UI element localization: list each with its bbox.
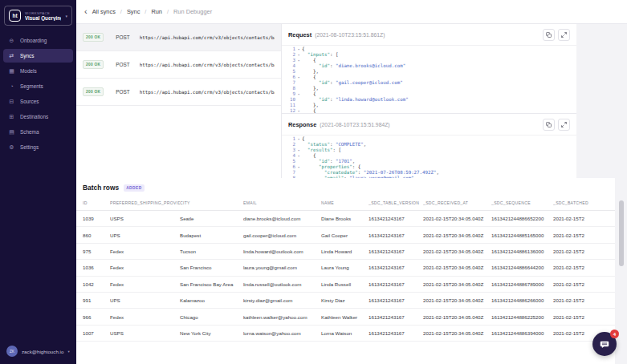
status-badge: 200 OK [83, 60, 104, 69]
sidebar-item-label: Syncs [20, 53, 34, 59]
http-method: POST [116, 89, 129, 95]
copy-icon [545, 31, 552, 38]
cell-id: 1007 [83, 330, 110, 336]
cell-shipping-provider: Fedex [110, 314, 180, 320]
table-row[interactable]: 991 UPS Kalamazoo kirsty.diaz@gmail.com … [76, 293, 615, 309]
request-timestamp: (2021-08-10T23:15:51.861Z) [315, 32, 385, 38]
breadcrumb-all-syncs[interactable]: All syncs [92, 8, 116, 15]
sidebar-item-label: Onboarding [20, 38, 47, 43]
back-chevron-icon[interactable]: ‹ [84, 7, 88, 16]
cell-shipping-provider: Fedex [110, 281, 180, 287]
table-header-row: ID PREFERRED_SHIPPING_PROVIDER CITY EMAI… [76, 196, 615, 211]
sidebar-item-label: Schema [20, 129, 39, 135]
cell-name: Gail Cooper [321, 233, 368, 238]
cell-table-version: 1613421243167 [368, 216, 423, 221]
sidebar-item-label: Segments [20, 83, 43, 89]
workspace-name: Visual Querying D... [25, 15, 61, 21]
request-row[interactable]: 200 OK POST https://api.hubapi.com/crm/v… [76, 24, 281, 51]
response-pane-header: Response (2021-08-10T23:15:51.984Z) [282, 114, 576, 135]
column-header: PREFERRED_SHIPPING_PROVIDER [110, 200, 180, 205]
sidebar-item-syncs[interactable]: ⇄ Syncs [3, 49, 73, 63]
column-header: _SDC_RECEIVED_AT [423, 200, 491, 205]
cell-shipping-provider: USPS [110, 216, 180, 221]
cell-batched-at: 2021-02-15T2 [553, 281, 615, 287]
destinations-icon: ⊞ [8, 114, 15, 120]
workspace-selector[interactable]: ht WORKSPACE Visual Querying D... ▾ [4, 6, 72, 26]
request-url: https://api.hubapi.com/crm/v3/objects/co… [140, 63, 275, 67]
cell-city: Seatle [180, 216, 243, 221]
status-badge: 200 OK [83, 33, 104, 42]
table-row[interactable]: 860 UPS Budapest gail.cooper@icloud.com … [76, 227, 615, 243]
table-row[interactable]: 1007 USPS New York City lorna.watson@yah… [76, 326, 615, 342]
breadcrumb-separator: / [167, 8, 169, 15]
table-row[interactable]: 966 Fedex Chicago kathleen.walker@yahoo.… [76, 309, 615, 325]
chevron-down-icon: ▾ [65, 14, 67, 18]
app-window: ht WORKSPACE Visual Querying D... ▾ ⊖ On… [0, 0, 627, 364]
cell-received-at: 2021-02-15T20:34:05.040Z [423, 265, 491, 270]
cell-table-version: 1613421243167 [368, 233, 423, 238]
column-header: _SDC_BATCHED [553, 200, 615, 205]
chat-widget-button[interactable]: 4 [592, 332, 617, 356]
sidebar-item-onboarding[interactable]: ⊖ Onboarding [3, 34, 73, 47]
cell-city: Chicago [180, 314, 243, 320]
request-list: 200 OK POST https://api.hubapi.com/crm/v… [76, 24, 282, 196]
cell-received-at: 2021-02-15T20:34:05.040Z [423, 330, 491, 336]
sidebar-item-models[interactable]: ▦ Models [3, 64, 73, 78]
table-row[interactable]: 975 Fedex Tucson linda.howard@outlook.co… [76, 244, 615, 260]
cell-name: Laura Young [321, 265, 368, 270]
table-row[interactable]: 1042 Fedex San Francisco Bay Area linda.… [76, 277, 615, 293]
cell-city: New York City [180, 330, 243, 336]
cell-city: San Francisco [180, 265, 243, 270]
sidebar-item-destinations[interactable]: ⊞ Destinations [3, 110, 73, 123]
request-detail-panel: Request (2021-08-10T23:15:51.861Z) 1▾{2▾… [282, 24, 576, 196]
cell-batched-at: 2021-02-15T2 [553, 297, 615, 303]
breadcrumb-run[interactable]: Run [151, 8, 162, 15]
breadcrumb-separator: / [145, 8, 146, 15]
sidebar-item-label: Models [20, 68, 37, 74]
copy-button[interactable] [543, 119, 555, 131]
copy-button[interactable] [543, 29, 555, 41]
cell-received-at: 2021-02-15T20:34:05.040Z [423, 314, 491, 320]
sidebar-item-segments[interactable]: ◔ Segments [3, 79, 73, 93]
table-row[interactable]: 1039 USPS Seatle diane.brooks@icloud.com… [76, 211, 615, 227]
cell-name: Diane Brooks [321, 216, 368, 221]
cell-sequence: 1613421244886225200 [491, 314, 553, 320]
table-row[interactable]: 1036 Fedex San Francisco laura.young@gma… [76, 260, 615, 276]
cell-sequence: 1613421244886644200 [491, 265, 553, 270]
breadcrumb-sync[interactable]: Sync [127, 8, 140, 15]
breadcrumb-run-debugger: Run Debugger [173, 8, 212, 15]
cell-city: Budapest [180, 233, 243, 238]
vertical-scrollbar[interactable] [619, 200, 624, 266]
expand-button[interactable] [558, 119, 570, 131]
sidebar-item-sources[interactable]: ⊟ Sources [3, 95, 73, 108]
cell-shipping-provider: Fedex [110, 265, 180, 270]
user-email: zack@hightouch.io [22, 349, 63, 354]
cell-email: laura.young@gmail.com [243, 265, 321, 270]
batch-rows-section: Batch rows ADDED ID PREFERRED_SHIPPING_P… [76, 178, 615, 364]
cell-name: Kathleen Walker [321, 314, 368, 320]
column-header: _SDC_TABLE_VERSION [368, 200, 423, 205]
schema-icon: ▤ [8, 129, 15, 135]
cell-id: 1036 [83, 265, 110, 270]
settings-icon: ⚙ [8, 144, 15, 151]
cell-received-at: 2021-02-15T20:34:05.040Z [423, 249, 491, 254]
cell-table-version: 1613421243167 [368, 249, 423, 254]
hightouch-logo-icon: ht [9, 10, 21, 22]
copy-icon [545, 121, 552, 128]
cell-name: Linda Howard [321, 249, 368, 254]
user-menu[interactable]: ZK zack@hightouch.io ▾ [6, 346, 70, 357]
expand-button[interactable] [558, 29, 570, 41]
request-row[interactable]: 200 OK POST https://api.hubapi.com/crm/v… [76, 51, 281, 79]
cell-sequence: 1613421244886394000 [491, 330, 553, 336]
request-body-editor[interactable]: 1▾{2▾ "inputs": [3▾ {4 "id": "diane.broo… [282, 45, 576, 113]
sidebar-item-settings[interactable]: ⚙ Settings [3, 140, 73, 154]
cell-batched-at: 2021-02-15T2 [553, 265, 615, 270]
cell-name: Linda Russell [321, 281, 368, 287]
status-badge: 200 OK [83, 87, 104, 96]
sidebar: ht WORKSPACE Visual Querying D... ▾ ⊖ On… [0, 0, 76, 364]
cell-city: Kalamazoo [180, 297, 243, 303]
request-row[interactable]: 200 OK POST https://api.hubapi.com/crm/v… [76, 79, 281, 106]
cell-sequence: 1613421244886136000 [491, 249, 553, 254]
sidebar-item-schema[interactable]: ▤ Schema [3, 125, 73, 139]
cell-batched-at: 2021-02-15T2 [553, 314, 615, 320]
